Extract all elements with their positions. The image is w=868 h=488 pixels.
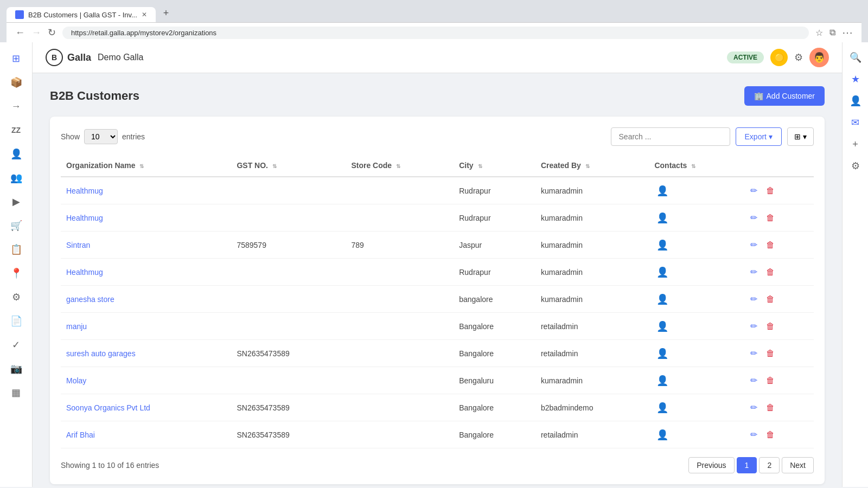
delete-icon-9[interactable]: 🗑 xyxy=(764,428,777,442)
sidebar-icon-report[interactable]: 📄 xyxy=(7,311,26,331)
col-created-by[interactable]: Created By ⇅ xyxy=(535,155,649,177)
reload-button[interactable]: ↻ xyxy=(48,27,56,38)
edit-icon-5[interactable]: ✏ xyxy=(748,319,760,333)
sidebar-icon-arrow[interactable]: → xyxy=(7,97,26,116)
page-1-button[interactable]: 1 xyxy=(737,457,757,473)
action-icons-8: ✏ 🗑 xyxy=(748,400,808,415)
grid-view-button[interactable]: ⊞ ▾ xyxy=(787,127,814,146)
more-options-icon[interactable]: ⋯ xyxy=(842,26,853,39)
sidebar-icon-gear[interactable]: ⚙ xyxy=(7,287,26,307)
col-city[interactable]: City ⇅ xyxy=(454,155,535,177)
add-customer-button[interactable]: 🏢 Add Customer xyxy=(744,86,825,106)
col-store-code[interactable]: Store Code ⇅ xyxy=(346,155,454,177)
edit-icon-2[interactable]: ✏ xyxy=(748,237,760,252)
delete-icon-5[interactable]: 🗑 xyxy=(764,319,777,333)
sidebar-icon-zz[interactable]: ZZ xyxy=(7,120,26,140)
sort-gst-icon: ⇅ xyxy=(272,163,277,169)
sidebar-icon-play[interactable]: ▶ xyxy=(7,192,26,211)
contact-icon-0[interactable]: 👤 xyxy=(654,183,671,198)
table-row: Sintran 7589579 789 Jaspur kumaradmin 👤 … xyxy=(61,232,814,259)
next-page-button[interactable]: Next xyxy=(782,457,814,473)
right-mail-icon[interactable]: ✉ xyxy=(847,114,864,131)
edit-icon-3[interactable]: ✏ xyxy=(748,265,760,279)
contact-icon-5[interactable]: 👤 xyxy=(654,319,671,334)
sort-org-name-icon: ⇅ xyxy=(139,163,144,169)
previous-page-button[interactable]: Previous xyxy=(688,457,734,473)
grid-icon: ⊞ xyxy=(794,132,801,141)
delete-icon-3[interactable]: 🗑 xyxy=(764,265,777,279)
delete-icon-2[interactable]: 🗑 xyxy=(764,238,777,252)
contact-icon-3[interactable]: 👤 xyxy=(654,265,671,280)
export-button[interactable]: Export ▾ xyxy=(736,127,782,146)
page-2-button[interactable]: 2 xyxy=(759,457,780,473)
org-link-6[interactable]: suresh auto garages xyxy=(66,349,136,358)
sidebar-icon-check[interactable]: ✓ xyxy=(7,335,26,355)
entries-select[interactable]: 10 25 50 100 xyxy=(84,129,118,144)
cell-contacts-7: 👤 xyxy=(649,367,742,394)
url-bar[interactable]: https://retail.galla.app/mystorev2/organ… xyxy=(62,27,809,39)
org-link-4[interactable]: ganesha store xyxy=(66,295,114,304)
delete-icon-0[interactable]: 🗑 xyxy=(764,184,777,198)
cell-contacts-2: 👤 xyxy=(649,232,742,259)
sidebar-icon-dashboard[interactable]: ⊞ xyxy=(7,49,26,68)
user-avatar[interactable]: 👨 xyxy=(809,48,829,67)
edit-icon-4[interactable]: ✏ xyxy=(748,292,760,306)
contact-icon-2[interactable]: 👤 xyxy=(654,237,671,253)
tab-close-button[interactable]: ✕ xyxy=(142,11,147,18)
delete-icon-1[interactable]: 🗑 xyxy=(764,211,777,225)
new-tab-button[interactable]: + xyxy=(156,4,177,22)
edit-icon-0[interactable]: ✏ xyxy=(748,183,760,198)
contact-icon-4[interactable]: 👤 xyxy=(654,292,671,307)
contact-icon-7[interactable]: 👤 xyxy=(654,373,671,388)
sidebar-icon-table[interactable]: ▦ xyxy=(7,383,26,402)
sidebar-icon-camera[interactable]: 📷 xyxy=(7,359,26,378)
extensions-icon[interactable]: ⧉ xyxy=(829,28,835,37)
sidebar-icon-person2[interactable]: 👥 xyxy=(7,168,26,188)
org-link-8[interactable]: Soonya Organics Pvt Ltd xyxy=(66,403,150,412)
contact-icon-6[interactable]: 👤 xyxy=(654,346,671,361)
col-contacts[interactable]: Contacts ⇅ xyxy=(649,155,742,177)
org-link-9[interactable]: Arif Bhai xyxy=(66,431,95,439)
org-link-1[interactable]: Healthmug xyxy=(66,214,103,222)
edit-icon-6[interactable]: ✏ xyxy=(748,346,760,361)
customers-table: Organization Name ⇅ GST NO. ⇅ Store Code… xyxy=(61,155,814,448)
contact-icon-8[interactable]: 👤 xyxy=(654,400,671,415)
edit-icon-1[interactable]: ✏ xyxy=(748,210,760,225)
contact-icon-9[interactable]: 👤 xyxy=(654,427,671,442)
brand: B Galla Demo Galla xyxy=(46,49,144,66)
edit-icon-7[interactable]: ✏ xyxy=(748,373,760,388)
right-settings-icon[interactable]: ⚙ xyxy=(847,157,864,175)
col-org-name[interactable]: Organization Name ⇅ xyxy=(61,155,231,177)
delete-icon-6[interactable]: 🗑 xyxy=(764,346,777,361)
org-link-0[interactable]: Healthmug xyxy=(66,187,103,195)
delete-icon-8[interactable]: 🗑 xyxy=(764,401,777,415)
delete-icon-7[interactable]: 🗑 xyxy=(764,374,777,388)
forward-button[interactable]: → xyxy=(31,27,41,38)
bookmark-icon[interactable]: ☆ xyxy=(815,28,823,38)
sidebar-icon-person[interactable]: 👤 xyxy=(7,144,26,164)
settings-gear-icon[interactable]: ⚙ xyxy=(794,52,803,63)
sidebar-icon-cart[interactable]: 🛒 xyxy=(7,216,26,235)
contact-icon-1[interactable]: 👤 xyxy=(654,210,671,226)
cell-store-6 xyxy=(346,340,454,367)
notification-coin-icon[interactable]: 🟡 xyxy=(770,49,788,66)
right-star-icon[interactable]: ★ xyxy=(847,70,864,88)
org-link-2[interactable]: Sintran xyxy=(66,241,90,249)
org-link-7[interactable]: Molay xyxy=(66,376,86,385)
org-link-3[interactable]: Healthmug xyxy=(66,268,103,277)
active-browser-tab[interactable]: B2B Customers | Galla GST - Inv... ✕ xyxy=(7,7,156,22)
table-controls: Show 10 25 50 100 entries Export xyxy=(61,127,814,146)
sidebar-icon-book[interactable]: 📋 xyxy=(7,240,26,259)
edit-icon-9[interactable]: ✏ xyxy=(748,427,760,442)
edit-icon-8[interactable]: ✏ xyxy=(748,400,760,415)
right-search-icon[interactable]: 🔍 xyxy=(847,49,864,66)
right-person-icon[interactable]: 👤 xyxy=(847,92,864,110)
sidebar-icon-map-pin[interactable]: 📍 xyxy=(7,264,26,283)
org-link-5[interactable]: manju xyxy=(66,322,87,331)
delete-icon-4[interactable]: 🗑 xyxy=(764,292,777,306)
right-plus-icon[interactable]: + xyxy=(847,136,864,153)
back-button[interactable]: ← xyxy=(15,27,25,38)
col-gst-no[interactable]: GST NO. ⇅ xyxy=(231,155,346,177)
search-input[interactable] xyxy=(611,127,730,146)
sidebar-icon-box[interactable]: 📦 xyxy=(7,73,26,92)
